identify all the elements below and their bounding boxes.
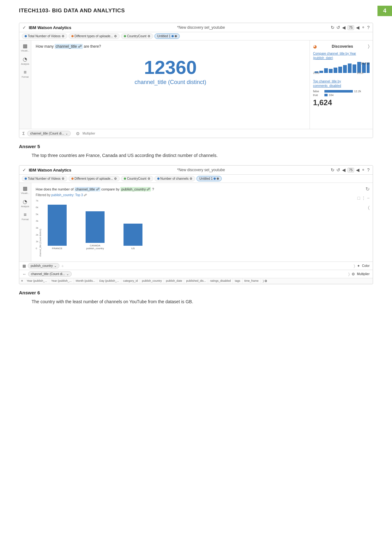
w2-toolbar-icons: ↻ ↺ ◀ 75 ◀ ⚬ ? [331, 167, 370, 172]
bar-val: 79,710 [361, 62, 370, 65]
data-col-date[interactable]: publish_date [164, 278, 184, 284]
pill-settings[interactable]: ⚙ [62, 34, 64, 38]
grid-icon[interactable]: ⋮ [361, 196, 366, 201]
data-col-ratings[interactable]: ratings_disabled [208, 278, 233, 284]
data-row-more[interactable]: 〉 ⚙ [261, 278, 269, 284]
pill-tab-types[interactable]: Different types of uploade... ⚙ [69, 33, 120, 39]
plus-icon[interactable]: + [61, 263, 64, 268]
pill-settings[interactable]: ⚙ [114, 177, 117, 180]
back-icon[interactable]: ◀ [356, 25, 359, 30]
w2-pill-channels[interactable]: Number of channels ⚙ [154, 176, 196, 181]
q-highlight-channel: channel_title ☍ [75, 187, 100, 191]
expand-icon[interactable]: □ [358, 196, 360, 201]
pill-settings[interactable]: ⚙ [114, 34, 117, 38]
svg-rect-1 [319, 71, 323, 73]
discoveries-chevron[interactable]: 〉 [368, 44, 370, 49]
data-col-country[interactable]: publish_country [140, 278, 164, 284]
w2-pill-total[interactable]: Total Number of Videos ⚙ [22, 176, 67, 181]
w2-brand: IBM Watson Analytics [29, 168, 71, 172]
big-number-container: 12360 channel_title (Count distinct) [36, 52, 305, 89]
data-col-year1[interactable]: Year (publish_... [25, 278, 49, 284]
sidebar-format[interactable]: ≡ Format [21, 69, 28, 78]
w2-pill-types[interactable]: Different types of uploade... ⚙ [69, 176, 120, 181]
w2-pill-country[interactable]: CountryCount ⚙ [121, 176, 153, 181]
undo-icon[interactable]: ↻ [331, 25, 335, 30]
minus-icon[interactable]: − [367, 196, 370, 201]
expand-right-icon[interactable]: 〉 [354, 264, 355, 268]
data-col-year2[interactable]: Year (publish_... [49, 278, 74, 284]
pill-label: CountryCount [127, 34, 147, 38]
help-icon[interactable]: ? [367, 25, 370, 30]
w2-footer-row1: ▩ publish_country ⌄ + 〉 ✦ Color [19, 262, 373, 270]
bar-chart-container: 7k 6k 5k 4k 3k 2k 1k 0 FRAN [36, 199, 368, 256]
data-col-day[interactable]: Day (publish_... [97, 278, 121, 284]
discovery-link-2[interactable]: Top channel_title by comments_disabled [313, 80, 341, 87]
y-5k: 5k [36, 213, 38, 216]
data-col-tags[interactable]: tags [233, 278, 242, 284]
pill-dot [25, 178, 27, 180]
pill-settings[interactable]: ⚙ [62, 177, 64, 180]
bar-canada: CANADApublish_country [86, 211, 105, 250]
w2-share-icon[interactable]: ◀ [342, 167, 346, 172]
w2-back-icon[interactable]: ◀ [356, 167, 359, 172]
pill-tab-untitled1[interactable]: Untitled 1 [154, 33, 180, 39]
w2-multiplier-icon: ⚙ [352, 272, 355, 276]
w2-sidebar-format[interactable]: ≡ Format [21, 212, 28, 220]
data-col-category[interactable]: category_id [121, 278, 140, 284]
y-1k: 1k [36, 240, 38, 243]
mini-year-chart: 79,710 2006 2018 [313, 62, 370, 78]
pill-tab-countrycount[interactable]: CountryCount ⚙ [121, 33, 153, 39]
w2-sidebar-visualization[interactable]: ▩ Visuali... [21, 185, 29, 194]
data-col-month[interactable]: Month (publis... [74, 278, 98, 284]
pill-dot [25, 35, 27, 37]
w2-sidebar-analysis[interactable]: ◔ Analysis [21, 199, 29, 208]
discovery-item-2: Top channel_title by comments_disabled [313, 79, 370, 88]
pill-dot-2 [175, 35, 177, 37]
sidebar-analysis[interactable]: ◔ Analysis [21, 56, 29, 65]
pill-settings[interactable]: ⚙ [148, 34, 150, 38]
w2-pill-publish-country[interactable]: publish_country ⌄ [28, 263, 59, 268]
sidebar-visualization[interactable]: ▩ Visuali... [21, 43, 29, 52]
w2-pill-untitled[interactable]: Untitled 1 [196, 176, 222, 181]
pill-dot [172, 35, 174, 37]
y-axis-title: channel_title (Count distinct) [39, 229, 41, 256]
widget-2: ✓ IBM Watson Analytics *New discovery se… [19, 165, 373, 284]
bar-france-label: FRANCE [52, 247, 63, 250]
toolbar-title: *New discovery set_youtube [74, 25, 328, 30]
pill-label: Different types of uploade... [75, 177, 113, 180]
sidebar-expand-icon[interactable]: 〈 [368, 205, 370, 210]
year-end: 2018 [357, 71, 363, 75]
pill-tab-total-videos[interactable]: Total Number of Videos ⚙ [22, 33, 67, 39]
footer-pill-chevron[interactable]: ⌄ [65, 132, 68, 135]
share-icon[interactable]: ◀ [342, 25, 346, 30]
analysis-icon: ◔ [23, 199, 27, 205]
discovery-link-1[interactable]: Compare channel_title by Year (publish_d… [313, 52, 356, 60]
expand-right-icon-2[interactable]: 〉 [348, 272, 350, 276]
search-icon[interactable]: ⚬ [361, 25, 365, 30]
pill-settings[interactable]: ⚙ [190, 177, 192, 180]
y-7k: 7k [36, 199, 38, 202]
toolbar-chevron-icon[interactable]: ✓ [22, 25, 26, 30]
data-col-timeframe[interactable]: time_frame [243, 278, 261, 284]
data-col-published[interactable]: published_dis... [184, 278, 208, 284]
widget-1-footer: Σ channel_title (Count di... ⌄ ⚙ Multipl… [19, 129, 373, 138]
w2-help-icon[interactable]: ? [367, 167, 370, 172]
chart-refresh-icon[interactable]: ↻ [365, 186, 370, 192]
w2-redo-icon[interactable]: ↺ [336, 167, 340, 172]
footer-pill-channel[interactable]: channel_title (Count di... ⌄ [27, 131, 71, 136]
analysis-icon: ◔ [23, 56, 27, 62]
w2-pill-channel-title[interactable]: channel_title (Count di... ⌄ [28, 271, 72, 277]
bar-chart-icon: ▩ [23, 43, 27, 49]
footer-chevron[interactable]: ⌄ [54, 264, 57, 268]
w2-search-icon[interactable]: ⚬ [361, 167, 365, 172]
w2-undo-icon[interactable]: ↻ [331, 167, 335, 172]
redo-icon[interactable]: ↺ [336, 25, 340, 30]
w2-chevron-icon[interactable]: ✓ [22, 167, 26, 172]
footer-pill-label: channel_title (Count di... [30, 132, 64, 135]
footer-chevron-2[interactable]: ⌄ [66, 272, 69, 276]
footer-multiplier-label: Multiplier [82, 132, 95, 135]
pill-settings[interactable]: ⚙ [148, 177, 150, 180]
pill-dot [157, 178, 160, 180]
widget-2-sidebar: ▩ Visuali... ◔ Analysis ≡ Format [19, 183, 31, 262]
toolbar-icons: ↻ ↺ ◀ 75 ◀ ⚬ ? [331, 25, 370, 30]
